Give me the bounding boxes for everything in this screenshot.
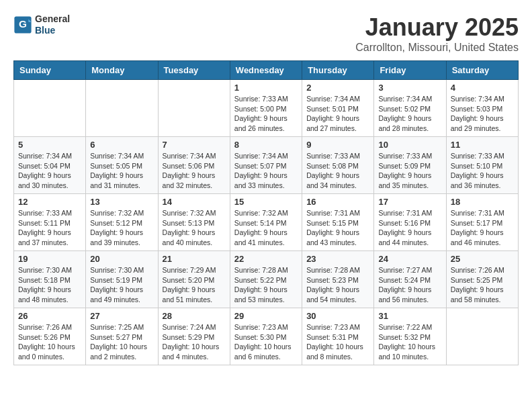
logo: G General Blue (13, 13, 70, 36)
weekday-header-friday: Friday (374, 61, 446, 80)
day-info: Sunrise: 7:34 AM Sunset: 5:02 PM Dayligh… (378, 94, 441, 134)
calendar-cell: 5Sunrise: 7:34 AM Sunset: 5:04 PM Daylig… (14, 137, 86, 194)
day-info: Sunrise: 7:33 AM Sunset: 5:09 PM Dayligh… (378, 151, 441, 191)
day-info: Sunrise: 7:34 AM Sunset: 5:04 PM Dayligh… (18, 151, 81, 191)
day-number: 28 (163, 311, 226, 321)
day-info: Sunrise: 7:27 AM Sunset: 5:24 PM Dayligh… (378, 265, 441, 305)
calendar-cell (446, 308, 518, 365)
calendar-cell: 16Sunrise: 7:31 AM Sunset: 5:15 PM Dayli… (302, 194, 374, 251)
calendar-cell: 25Sunrise: 7:26 AM Sunset: 5:25 PM Dayli… (446, 251, 518, 308)
calendar-cell: 19Sunrise: 7:30 AM Sunset: 5:18 PM Dayli… (14, 251, 86, 308)
logo-text: General Blue (35, 13, 70, 36)
logo-general: General (35, 13, 70, 25)
day-info: Sunrise: 7:29 AM Sunset: 5:20 PM Dayligh… (163, 265, 226, 305)
page-header: G General Blue January 2025 Carrollton, … (13, 13, 519, 54)
day-info: Sunrise: 7:26 AM Sunset: 5:25 PM Dayligh… (451, 265, 514, 305)
day-number: 7 (163, 140, 226, 150)
calendar-cell: 2Sunrise: 7:34 AM Sunset: 5:01 PM Daylig… (302, 80, 374, 137)
day-info: Sunrise: 7:28 AM Sunset: 5:23 PM Dayligh… (306, 265, 369, 305)
day-number: 30 (306, 311, 369, 321)
title-section: January 2025 Carrollton, Missouri, Unite… (355, 13, 519, 54)
day-info: Sunrise: 7:22 AM Sunset: 5:32 PM Dayligh… (378, 322, 441, 362)
calendar-cell: 18Sunrise: 7:31 AM Sunset: 5:17 PM Dayli… (446, 194, 518, 251)
day-info: Sunrise: 7:33 AM Sunset: 5:00 PM Dayligh… (234, 94, 298, 134)
calendar-cell: 26Sunrise: 7:26 AM Sunset: 5:26 PM Dayli… (14, 308, 86, 365)
calendar-cell: 1Sunrise: 7:33 AM Sunset: 5:00 PM Daylig… (230, 80, 302, 137)
day-number: 20 (90, 254, 153, 264)
day-number: 14 (163, 197, 226, 207)
day-info: Sunrise: 7:34 AM Sunset: 5:06 PM Dayligh… (163, 151, 226, 191)
calendar-cell (14, 80, 86, 137)
calendar-cell: 11Sunrise: 7:33 AM Sunset: 5:10 PM Dayli… (446, 137, 518, 194)
day-number: 9 (306, 140, 369, 150)
week-row-1: 1Sunrise: 7:33 AM Sunset: 5:00 PM Daylig… (14, 80, 519, 137)
day-info: Sunrise: 7:28 AM Sunset: 5:22 PM Dayligh… (234, 265, 298, 305)
day-number: 15 (234, 197, 298, 207)
calendar-cell: 24Sunrise: 7:27 AM Sunset: 5:24 PM Dayli… (374, 251, 446, 308)
day-number: 23 (306, 254, 369, 264)
calendar-cell: 30Sunrise: 7:23 AM Sunset: 5:31 PM Dayli… (302, 308, 374, 365)
week-row-5: 26Sunrise: 7:26 AM Sunset: 5:26 PM Dayli… (14, 308, 519, 365)
calendar-cell: 23Sunrise: 7:28 AM Sunset: 5:23 PM Dayli… (302, 251, 374, 308)
day-number: 10 (378, 140, 441, 150)
weekday-header-tuesday: Tuesday (158, 61, 230, 80)
day-number: 21 (163, 254, 226, 264)
logo-blue: Blue (35, 25, 70, 36)
day-info: Sunrise: 7:34 AM Sunset: 5:01 PM Dayligh… (306, 94, 369, 134)
day-number: 25 (451, 254, 514, 264)
day-number: 24 (378, 254, 441, 264)
calendar-cell (86, 80, 158, 137)
day-info: Sunrise: 7:32 AM Sunset: 5:13 PM Dayligh… (163, 208, 226, 248)
day-info: Sunrise: 7:34 AM Sunset: 5:05 PM Dayligh… (90, 151, 153, 191)
calendar-cell: 7Sunrise: 7:34 AM Sunset: 5:06 PM Daylig… (158, 137, 230, 194)
day-info: Sunrise: 7:33 AM Sunset: 5:11 PM Dayligh… (18, 208, 81, 248)
calendar-cell: 3Sunrise: 7:34 AM Sunset: 5:02 PM Daylig… (374, 80, 446, 137)
day-info: Sunrise: 7:30 AM Sunset: 5:18 PM Dayligh… (18, 265, 81, 305)
week-row-2: 5Sunrise: 7:34 AM Sunset: 5:04 PM Daylig… (14, 137, 519, 194)
calendar-cell: 29Sunrise: 7:23 AM Sunset: 5:30 PM Dayli… (230, 308, 302, 365)
day-info: Sunrise: 7:33 AM Sunset: 5:08 PM Dayligh… (306, 151, 369, 191)
day-number: 4 (451, 83, 514, 93)
weekday-header-sunday: Sunday (14, 61, 86, 80)
day-number: 6 (90, 140, 153, 150)
day-number: 22 (234, 254, 298, 264)
calendar-cell: 6Sunrise: 7:34 AM Sunset: 5:05 PM Daylig… (86, 137, 158, 194)
calendar-cell: 17Sunrise: 7:31 AM Sunset: 5:16 PM Dayli… (374, 194, 446, 251)
day-info: Sunrise: 7:34 AM Sunset: 5:03 PM Dayligh… (451, 94, 514, 134)
calendar-cell: 8Sunrise: 7:34 AM Sunset: 5:07 PM Daylig… (230, 137, 302, 194)
calendar-cell: 9Sunrise: 7:33 AM Sunset: 5:08 PM Daylig… (302, 137, 374, 194)
calendar-cell: 21Sunrise: 7:29 AM Sunset: 5:20 PM Dayli… (158, 251, 230, 308)
day-info: Sunrise: 7:31 AM Sunset: 5:15 PM Dayligh… (306, 208, 369, 248)
day-info: Sunrise: 7:30 AM Sunset: 5:19 PM Dayligh… (90, 265, 153, 305)
calendar-cell: 12Sunrise: 7:33 AM Sunset: 5:11 PM Dayli… (14, 194, 86, 251)
svg-text:G: G (19, 18, 27, 30)
calendar-cell: 13Sunrise: 7:32 AM Sunset: 5:12 PM Dayli… (86, 194, 158, 251)
day-number: 12 (18, 197, 81, 207)
day-info: Sunrise: 7:24 AM Sunset: 5:29 PM Dayligh… (163, 322, 226, 362)
day-info: Sunrise: 7:32 AM Sunset: 5:12 PM Dayligh… (90, 208, 153, 248)
day-info: Sunrise: 7:26 AM Sunset: 5:26 PM Dayligh… (18, 322, 81, 362)
location: Carrollton, Missouri, United States (355, 42, 519, 54)
day-number: 31 (378, 311, 441, 321)
day-number: 26 (18, 311, 81, 321)
week-row-4: 19Sunrise: 7:30 AM Sunset: 5:18 PM Dayli… (14, 251, 519, 308)
day-number: 3 (378, 83, 441, 93)
calendar-cell: 15Sunrise: 7:32 AM Sunset: 5:14 PM Dayli… (230, 194, 302, 251)
calendar-cell: 14Sunrise: 7:32 AM Sunset: 5:13 PM Dayli… (158, 194, 230, 251)
weekday-header-thursday: Thursday (302, 61, 374, 80)
day-info: Sunrise: 7:33 AM Sunset: 5:10 PM Dayligh… (451, 151, 514, 191)
day-number: 19 (18, 254, 81, 264)
week-row-3: 12Sunrise: 7:33 AM Sunset: 5:11 PM Dayli… (14, 194, 519, 251)
weekday-header-wednesday: Wednesday (230, 61, 302, 80)
day-info: Sunrise: 7:32 AM Sunset: 5:14 PM Dayligh… (234, 208, 298, 248)
day-number: 2 (306, 83, 369, 93)
calendar-cell: 10Sunrise: 7:33 AM Sunset: 5:09 PM Dayli… (374, 137, 446, 194)
day-number: 16 (306, 197, 369, 207)
calendar-cell: 4Sunrise: 7:34 AM Sunset: 5:03 PM Daylig… (446, 80, 518, 137)
day-number: 18 (451, 197, 514, 207)
day-info: Sunrise: 7:34 AM Sunset: 5:07 PM Dayligh… (234, 151, 298, 191)
day-number: 11 (451, 140, 514, 150)
day-number: 27 (90, 311, 153, 321)
day-number: 8 (234, 140, 298, 150)
day-number: 13 (90, 197, 153, 207)
